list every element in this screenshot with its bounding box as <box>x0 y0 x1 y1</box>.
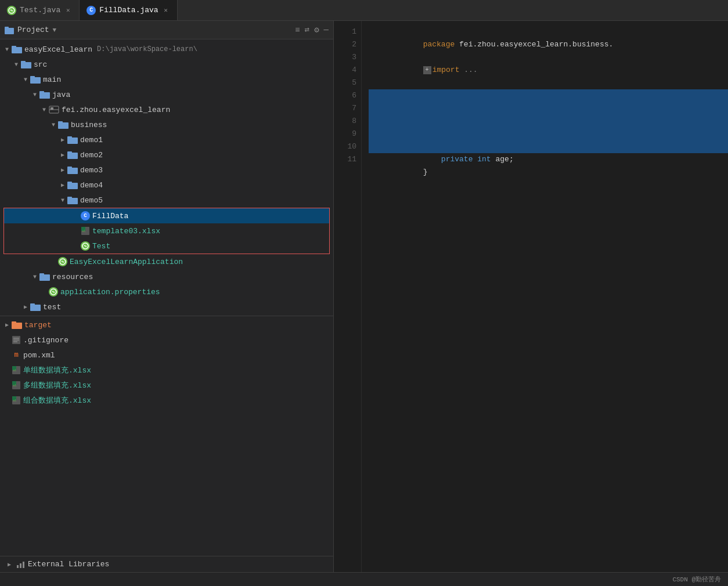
code-line-6: @Data <box>369 89 728 102</box>
tree-item-business[interactable]: business <box>0 117 333 132</box>
tree-item-resources[interactable]: resources <box>0 269 333 284</box>
tree-item-java[interactable]: java <box>0 87 333 102</box>
tree-item-xlsx1[interactable]: xl 单组数据填充.xlsx <box>0 363 333 378</box>
arrow-demo2 <box>58 151 67 158</box>
svg-text:xl: xl <box>13 368 17 372</box>
tree-item-root[interactable]: easyExcel_learn D:\java\workSpace-learn\ <box>0 42 333 57</box>
expand-all-icon[interactable]: ⇅ <box>302 27 312 32</box>
sidebar-dropdown-icon[interactable]: ▼ <box>53 27 57 34</box>
src-label: src <box>34 60 47 69</box>
tab-filldata-java-label: FillData.java <box>99 6 158 15</box>
tree-item-appprops[interactable]: application.properties <box>0 284 333 299</box>
external-libraries[interactable]: External Libraries <box>0 556 333 572</box>
tree-item-xlsx2[interactable]: xl 多组数据填充.xlsx <box>0 378 333 393</box>
tree-item-package[interactable]: fei.zhou.easyexcel_learn <box>0 102 333 117</box>
tab-test-java[interactable]: Test.java ✕ <box>0 0 80 20</box>
tree-item-demo2[interactable]: demo2 <box>0 147 333 162</box>
bar-chart-icon <box>16 560 26 569</box>
line-num-7: 7 <box>334 102 361 115</box>
tree-item-template03[interactable]: xl template03.xlsx <box>4 223 329 238</box>
demo3-label: demo3 <box>80 166 103 175</box>
code-line-2 <box>369 38 728 51</box>
line-num-1: 1 <box>334 26 361 38</box>
tree-item-main[interactable]: main <box>0 72 333 87</box>
code-content: package fei.zhou.easyexcel_learn.busines… <box>362 21 728 572</box>
code-line-5: 💡 <box>369 77 728 89</box>
tree-item-filldata[interactable]: C FillData <box>4 208 329 223</box>
tree-item-test-folder[interactable]: test <box>0 299 333 314</box>
root-path-label: D:\java\workSpace-learn\ <box>97 45 197 53</box>
svg-rect-8 <box>30 76 35 78</box>
test-class-label: Test <box>92 242 110 251</box>
code-line-9: private String name; <box>369 128 728 140</box>
arrow-root <box>2 46 12 53</box>
tree-item-xlsx3[interactable]: xl 组合数据填充.xlsx <box>0 393 333 408</box>
code-area: 1 2 3 4 5 6 7 8 9 10 11 package fei.zhou… <box>334 21 728 572</box>
arrow-main <box>21 77 30 83</box>
folder-icon-demo2 <box>67 151 78 159</box>
line-num-3: 3 <box>334 51 361 64</box>
application-label: EasyExcelLearnApplication <box>70 258 183 266</box>
svg-rect-52 <box>20 563 21 568</box>
gitignore-label: .gitignore <box>23 336 69 345</box>
svg-rect-21 <box>67 167 72 169</box>
folder-icon-demo1 <box>67 136 78 144</box>
demo2-label: demo2 <box>80 151 103 160</box>
code-line-7: @AllArgsConstructor <box>369 102 728 115</box>
arrow-java <box>30 92 39 98</box>
folder-icon-resources <box>39 273 50 281</box>
minimize-icon[interactable]: ─ <box>324 26 329 35</box>
svg-rect-53 <box>23 562 24 568</box>
main-label: main <box>43 75 61 84</box>
tree-item-demo3[interactable]: demo3 <box>0 162 333 178</box>
bottom-bar: CSDN @勤径苦舟 <box>0 572 728 586</box>
tree-item-pom[interactable]: m pom.xml <box>0 348 333 363</box>
svg-rect-2 <box>5 27 9 29</box>
svg-rect-10 <box>39 91 44 93</box>
pom-label: pom.xml <box>23 351 55 360</box>
bottom-bar-text: CSDN @勤径苦舟 <box>672 575 721 584</box>
test-folder-label: test <box>43 303 61 312</box>
folder-icon-demo4 <box>67 181 78 189</box>
settings-icon[interactable]: ⚙ <box>314 25 319 35</box>
spring-icon-appprops <box>49 287 58 296</box>
close-brace: } <box>423 168 428 176</box>
tab-filldata-java[interactable]: C FillData.java ✕ <box>80 0 177 20</box>
tree-item-demo4[interactable]: demo4 <box>0 178 333 193</box>
xlsx1-label: 单组数据填充.xlsx <box>23 365 91 375</box>
package-label: fei.zhou.easyexcel_learn <box>62 106 170 114</box>
tab-filldata-java-close[interactable]: ✕ <box>162 6 170 15</box>
arrow-demo4 <box>58 182 67 189</box>
svg-rect-32 <box>39 273 44 276</box>
root-name-label: easyExcel_learn <box>24 45 92 54</box>
xlsx-icon-2: xl <box>12 381 21 390</box>
arrow-target <box>2 321 12 328</box>
line-numbers: 1 2 3 4 5 6 7 8 9 10 11 <box>334 21 362 572</box>
line-num-10: 10 <box>334 140 361 153</box>
tree-item-test-class[interactable]: Test <box>4 238 329 254</box>
arrow-src <box>12 62 21 68</box>
tree-item-demo5[interactable]: demo5 <box>0 193 333 208</box>
xlsx-icon-1: xl <box>12 366 21 375</box>
line-num-2: 2 <box>334 38 361 51</box>
tree-item-src[interactable]: src <box>0 57 333 72</box>
resources-label: resources <box>52 273 93 281</box>
svg-rect-35 <box>30 303 35 306</box>
sidebar: Project ▼ ≡ ⇅ ⚙ ─ <box>0 21 334 572</box>
arrow-business <box>49 122 58 128</box>
demo4-label: demo4 <box>80 181 103 190</box>
tree-item-application[interactable]: EasyExcelLearnApplication <box>0 254 333 269</box>
collapse-all-icon[interactable]: ≡ <box>295 26 300 35</box>
svg-rect-23 <box>67 182 72 184</box>
arrow-demo1 <box>58 136 67 143</box>
folder-icon-target <box>12 321 22 329</box>
template03-label: template03.xlsx <box>92 227 160 236</box>
svg-text:xl: xl <box>82 229 86 233</box>
tree-item-demo1[interactable]: demo1 <box>0 132 333 147</box>
tab-test-java-close[interactable]: ✕ <box>64 6 72 15</box>
line-num-4: 4 <box>334 64 361 77</box>
tree-item-target[interactable]: target <box>0 317 333 332</box>
tree-item-gitignore[interactable]: .gitignore <box>0 332 333 348</box>
folder-icon-demo5 <box>67 196 78 204</box>
folder-icon-root <box>5 26 14 34</box>
